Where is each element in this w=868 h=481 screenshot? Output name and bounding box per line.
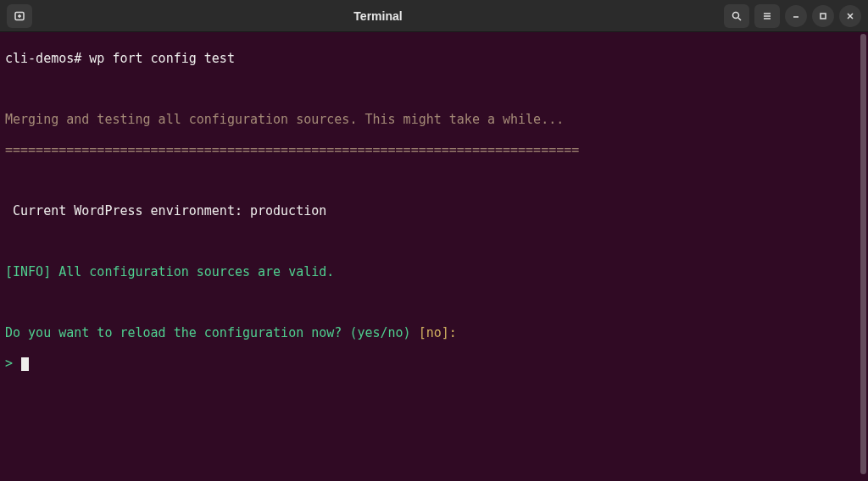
terminal-window: Terminal bbox=[0, 0, 868, 481]
input-line[interactable]: > bbox=[5, 356, 863, 371]
new-tab-button[interactable] bbox=[7, 4, 32, 28]
question-text: Do you want to reload the configuration … bbox=[5, 325, 419, 340]
environment-line: Current WordPress environment: productio… bbox=[5, 203, 863, 218]
question-line: Do you want to reload the configuration … bbox=[5, 325, 863, 340]
merge-message: Merging and testing all configuration so… bbox=[5, 112, 863, 127]
close-button[interactable] bbox=[839, 5, 861, 27]
svg-rect-9 bbox=[821, 14, 826, 19]
command-text: wp fort config test bbox=[89, 51, 235, 66]
blank-line bbox=[5, 173, 863, 188]
blank-line bbox=[5, 295, 863, 310]
prompt-line: cli-demos# wp fort config test bbox=[5, 51, 863, 66]
info-line: [INFO] All configuration sources are val… bbox=[5, 264, 863, 279]
bracket-open: [ bbox=[419, 325, 426, 340]
divider: ========================================… bbox=[5, 142, 863, 158]
minimize-button[interactable] bbox=[785, 5, 807, 27]
titlebar-left bbox=[7, 4, 32, 28]
prompt-host: cli-demos# bbox=[5, 51, 81, 66]
default-answer: no bbox=[426, 325, 442, 340]
titlebar: Terminal bbox=[0, 0, 868, 32]
scrollbar[interactable] bbox=[860, 34, 866, 474]
bracket-close: ]: bbox=[442, 325, 457, 340]
titlebar-right bbox=[724, 4, 861, 28]
terminal-body[interactable]: cli-demos# wp fort config test Merging a… bbox=[0, 32, 868, 481]
svg-line-4 bbox=[738, 18, 741, 20]
input-prompt: > bbox=[5, 356, 20, 371]
blank-line bbox=[5, 81, 863, 97]
search-button[interactable] bbox=[724, 4, 749, 28]
svg-point-3 bbox=[733, 12, 739, 18]
blank-line bbox=[5, 234, 863, 249]
cursor bbox=[21, 357, 29, 371]
maximize-button[interactable] bbox=[812, 5, 834, 27]
menu-button[interactable] bbox=[754, 4, 780, 28]
window-title: Terminal bbox=[37, 9, 719, 23]
